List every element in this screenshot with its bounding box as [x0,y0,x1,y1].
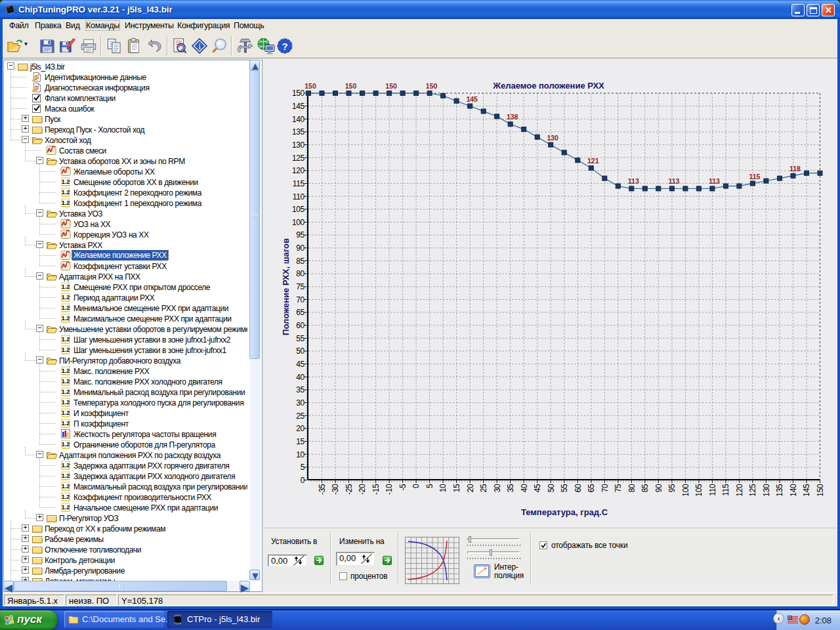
svg-text:95: 95 [296,230,304,240]
svg-text:20: 20 [296,424,304,433]
svg-text:121: 121 [587,157,599,165]
svg-text:-10: -10 [385,484,394,495]
svg-text:5: 5 [425,484,434,488]
svg-text:115: 115 [749,173,760,180]
svg-text:85: 85 [296,257,304,266]
svg-text:-5: -5 [398,484,408,491]
svg-text:35: 35 [506,484,515,492]
svg-text:150: 150 [385,82,397,90]
svg-text:50: 50 [547,484,556,492]
svg-text:80: 80 [627,484,637,492]
svg-text:113: 113 [628,177,639,185]
svg-text:0: 0 [301,476,305,485]
svg-text:1.2: 1.2 [62,441,70,448]
svg-text:150: 150 [345,82,357,90]
svg-text:138: 138 [507,113,518,121]
svg-text:55: 55 [560,484,569,492]
svg-text:Желаемое положение РХХ: Желаемое положение РХХ [492,81,604,91]
svg-text:65: 65 [587,484,596,492]
svg-text:115: 115 [721,484,730,496]
svg-text:150: 150 [816,484,825,497]
svg-text:-30: -30 [331,484,340,495]
svg-text:1.2: 1.2 [62,378,70,385]
svg-text:145: 145 [292,102,305,111]
svg-text:75: 75 [614,484,623,492]
svg-text:25: 25 [296,411,304,421]
svg-text:110: 110 [708,484,717,496]
svg-text:1.2: 1.2 [62,494,70,500]
svg-text:113: 113 [668,177,679,185]
svg-text:145: 145 [802,484,811,497]
svg-text:140: 140 [789,484,798,497]
svg-text:1.2: 1.2 [62,294,70,301]
svg-text:113: 113 [709,177,720,185]
svg-text:120: 120 [735,484,744,497]
svg-text:95: 95 [667,484,677,492]
svg-text:1.2: 1.2 [62,420,70,427]
svg-text:1.2: 1.2 [62,315,70,322]
svg-text:125: 125 [292,154,305,163]
svg-text:40: 40 [520,484,529,492]
svg-text:75: 75 [296,282,304,291]
svg-text:150: 150 [304,82,316,90]
svg-text:90: 90 [654,484,663,492]
svg-text:30: 30 [296,398,304,408]
svg-text:150: 150 [292,89,305,98]
svg-text:1.2: 1.2 [62,483,70,490]
svg-text:10: 10 [296,450,304,459]
svg-text:1.2: 1.2 [62,346,70,353]
svg-text:5: 5 [301,463,305,472]
svg-text:1.2: 1.2 [62,399,70,406]
svg-text:135: 135 [292,127,305,136]
svg-text:135: 135 [775,484,784,497]
svg-text:1.2: 1.2 [62,504,70,511]
svg-text:10: 10 [438,484,448,492]
svg-text:145: 145 [466,95,478,103]
svg-text:-20: -20 [358,484,367,495]
svg-text:1.2: 1.2 [62,388,70,395]
svg-text:90: 90 [296,243,304,253]
svg-text:50: 50 [296,346,304,356]
svg-text:35: 35 [296,385,304,394]
svg-text:130: 130 [762,484,771,497]
svg-text:Температура, град.С: Температура, град.С [521,507,608,517]
svg-text:1.2: 1.2 [62,189,70,196]
svg-text:1.2: 1.2 [62,336,70,343]
svg-text:-25: -25 [345,484,354,495]
svg-text:1.2: 1.2 [62,200,70,206]
svg-text:120: 120 [292,166,305,175]
svg-text:130: 130 [547,134,558,142]
svg-text:130: 130 [292,140,305,150]
svg-text:-15: -15 [371,484,381,495]
svg-text:1.2: 1.2 [62,472,70,479]
svg-text:100: 100 [292,218,305,227]
svg-text:85: 85 [640,484,650,492]
svg-text:70: 70 [600,484,610,492]
svg-text:15: 15 [452,484,461,492]
svg-text:125: 125 [748,484,757,497]
svg-text:105: 105 [292,205,305,214]
svg-text:20: 20 [466,484,475,492]
svg-text:115: 115 [293,179,305,188]
svg-text:25: 25 [479,484,488,492]
svg-text:-35: -35 [318,484,327,495]
svg-text:1.2: 1.2 [62,368,70,374]
svg-text:118: 118 [789,165,801,173]
svg-text:80: 80 [296,269,304,278]
svg-text:45: 45 [533,484,542,492]
svg-text:?: ? [282,41,287,52]
svg-text:150: 150 [426,82,438,90]
svg-text:i: i [198,41,201,51]
svg-text:60: 60 [574,484,583,492]
svg-text:30: 30 [493,484,502,492]
svg-text:140: 140 [292,115,305,124]
svg-text:40: 40 [296,373,304,382]
svg-text:55: 55 [296,334,304,343]
svg-text:60: 60 [296,321,304,330]
svg-text:0: 0 [411,484,421,488]
svg-text:1.2: 1.2 [62,284,70,290]
svg-text:15: 15 [296,437,304,446]
svg-text:70: 70 [296,295,304,304]
svg-text:105: 105 [694,484,704,497]
svg-text:1.2: 1.2 [62,462,70,469]
